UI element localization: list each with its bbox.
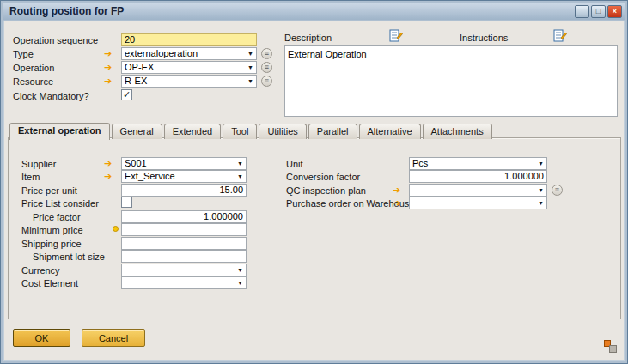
item-dropdown[interactable]: Ext_Service ▼ bbox=[121, 170, 247, 183]
tab-alternative[interactable]: Alternative bbox=[359, 124, 421, 139]
unit-dropdown[interactable]: Pcs ▼ bbox=[409, 157, 547, 170]
minimize-button[interactable]: _ bbox=[575, 5, 589, 18]
dropdown-arrow-icon[interactable]: ▼ bbox=[536, 185, 546, 196]
tab-parallel[interactable]: Parallel bbox=[308, 124, 357, 139]
dropdown-arrow-icon[interactable]: ▼ bbox=[235, 171, 245, 182]
supplier-label: Supplier bbox=[21, 159, 56, 170]
shipping-price-label: Shipping price bbox=[21, 239, 82, 250]
check-icon: ✓ bbox=[122, 90, 131, 100]
type-value: externaloperation bbox=[122, 48, 256, 59]
clock-mandatory-label: Clock Mandatory? bbox=[13, 91, 89, 102]
conversion-factor-value: 1.000000 bbox=[410, 171, 546, 182]
currency-label: Currency bbox=[21, 265, 60, 276]
link-arrow-icon[interactable]: ➔ bbox=[393, 197, 405, 209]
maximize-button[interactable]: □ bbox=[591, 5, 606, 18]
resize-grip[interactable] bbox=[604, 340, 616, 352]
clock-mandatory-checkbox[interactable]: ✓ bbox=[121, 89, 132, 100]
resource-dropdown[interactable]: R-EX ▼ bbox=[121, 75, 257, 88]
shipment-lot-size-field[interactable] bbox=[121, 250, 247, 263]
resource-value: R-EX bbox=[122, 76, 256, 87]
window-controls: _ □ × bbox=[575, 5, 622, 18]
cost-element-value bbox=[122, 277, 246, 288]
currency-value bbox=[122, 264, 246, 276]
dropdown-arrow-icon[interactable]: ▼ bbox=[235, 158, 245, 169]
dropdown-arrow-icon[interactable]: ▼ bbox=[235, 277, 245, 288]
resource-label: Resource bbox=[13, 76, 53, 88]
type-label: Type bbox=[13, 49, 34, 60]
tab-utilities[interactable]: Utilities bbox=[259, 124, 306, 139]
qc-inspection-plan-value bbox=[410, 185, 546, 196]
price-per-unit-field[interactable]: 15.00 bbox=[121, 184, 247, 197]
unit-value: Pcs bbox=[410, 158, 546, 169]
choose-from-list-icon[interactable]: ≡ bbox=[261, 48, 272, 59]
operation-sequence-value: 20 bbox=[122, 34, 256, 46]
choose-from-list-icon[interactable]: ≡ bbox=[261, 76, 272, 87]
operation-value: OP-EX bbox=[122, 62, 256, 73]
minimum-price-field[interactable] bbox=[121, 223, 247, 236]
description-text: External Operation bbox=[288, 49, 367, 59]
dropdown-arrow-icon[interactable]: ▼ bbox=[246, 62, 255, 73]
link-arrow-icon[interactable]: ➔ bbox=[104, 171, 116, 182]
dropdown-arrow-icon[interactable]: ▼ bbox=[235, 264, 245, 276]
price-per-unit-label: Price per unit bbox=[21, 185, 77, 197]
ok-button[interactable]: OK bbox=[13, 329, 70, 347]
shipment-lot-size-label: Shipment lot size bbox=[33, 252, 105, 263]
tab-attachments[interactable]: Attachments bbox=[423, 124, 492, 139]
link-arrow-icon[interactable]: ➔ bbox=[104, 158, 116, 169]
dropdown-arrow-icon[interactable]: ▼ bbox=[246, 76, 255, 87]
qc-inspection-plan-label: QC inspection plan bbox=[286, 185, 366, 197]
link-arrow-icon[interactable]: ➔ bbox=[104, 48, 116, 59]
edit-indicator-icon bbox=[113, 226, 119, 232]
cancel-button[interactable]: Cancel bbox=[82, 329, 145, 347]
link-arrow-icon[interactable]: ➔ bbox=[393, 185, 405, 196]
supplier-dropdown[interactable]: S001 ▼ bbox=[121, 157, 247, 170]
choose-from-list-icon[interactable]: ≡ bbox=[552, 185, 563, 196]
tab-external-operation[interactable]: External operation bbox=[9, 123, 110, 140]
edit-instructions-icon[interactable] bbox=[553, 29, 567, 42]
qc-inspection-plan-dropdown[interactable]: ▼ bbox=[409, 184, 547, 197]
minimum-price-label: Minimum price bbox=[21, 225, 83, 236]
dropdown-arrow-icon[interactable]: ▼ bbox=[536, 158, 546, 169]
price-list-consider-checkbox[interactable] bbox=[121, 197, 132, 208]
conversion-factor-field[interactable]: 1.000000 bbox=[409, 170, 547, 183]
minimum-price-value bbox=[122, 224, 246, 235]
operation-dropdown[interactable]: OP-EX ▼ bbox=[121, 61, 257, 74]
shipment-lot-size-value bbox=[122, 251, 246, 262]
close-button[interactable]: × bbox=[607, 5, 622, 18]
description-textarea[interactable]: External Operation bbox=[284, 46, 618, 117]
title-bar[interactable]: Routing position for FP _ □ × bbox=[3, 3, 625, 20]
tab-strip: External operation General Extended Tool… bbox=[9, 122, 494, 139]
tab-general[interactable]: General bbox=[112, 124, 162, 139]
dropdown-arrow-icon[interactable]: ▼ bbox=[246, 48, 255, 59]
price-factor-label: Price factor bbox=[33, 212, 81, 223]
link-arrow-icon[interactable]: ➔ bbox=[104, 76, 116, 87]
instructions-label: Instructions bbox=[460, 33, 508, 44]
description-label: Description bbox=[284, 33, 332, 44]
price-factor-value: 1.000000 bbox=[122, 211, 246, 222]
price-factor-field[interactable]: 1.000000 bbox=[121, 210, 247, 223]
price-list-consider-label: Price List consider bbox=[21, 198, 99, 209]
item-value: Ext_Service bbox=[122, 171, 246, 182]
operation-sequence-field[interactable]: 20 bbox=[121, 33, 257, 46]
currency-dropdown[interactable]: ▼ bbox=[121, 264, 247, 276]
item-label: Item bbox=[21, 172, 40, 183]
operation-label: Operation bbox=[13, 63, 54, 74]
cost-element-label: Cost Element bbox=[21, 278, 78, 289]
tab-tool[interactable]: Tool bbox=[223, 124, 257, 139]
dropdown-arrow-icon[interactable]: ▼ bbox=[536, 197, 546, 209]
purchase-order-warehouse-dropdown[interactable]: ▼ bbox=[409, 197, 547, 209]
purchase-order-warehouse-value bbox=[410, 197, 546, 209]
edit-description-icon[interactable] bbox=[389, 29, 403, 42]
choose-from-list-icon[interactable]: ≡ bbox=[261, 62, 272, 73]
conversion-factor-label: Conversion factor bbox=[286, 172, 360, 183]
window-title: Routing position for FP bbox=[6, 5, 124, 17]
type-dropdown[interactable]: externaloperation ▼ bbox=[121, 47, 257, 60]
shipping-price-value bbox=[122, 238, 246, 249]
operation-sequence-label: Operation sequence bbox=[13, 35, 98, 46]
cost-element-dropdown[interactable]: ▼ bbox=[121, 276, 247, 289]
price-per-unit-value: 15.00 bbox=[122, 185, 246, 196]
tab-extended[interactable]: Extended bbox=[164, 124, 221, 139]
routing-position-window: Routing position for FP _ □ × Operation … bbox=[0, 0, 628, 364]
shipping-price-field[interactable] bbox=[121, 237, 247, 250]
link-arrow-icon[interactable]: ➔ bbox=[104, 62, 116, 73]
